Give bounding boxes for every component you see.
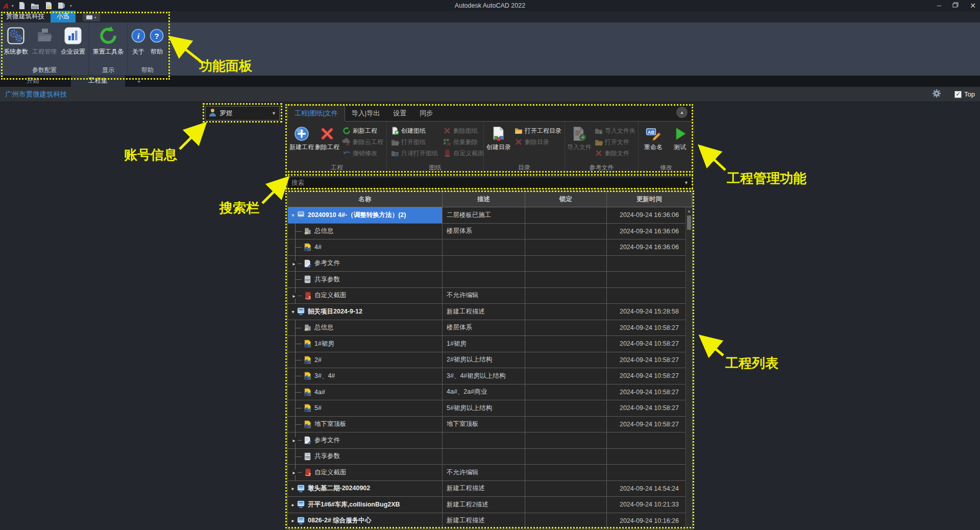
button-导入文件[interactable]: 导入文件 <box>567 124 592 151</box>
table-row[interactable]: 1#裙房1#裙房2024-09-24 10:58:27 <box>288 336 692 352</box>
scroll-up-icon[interactable]: ▲ <box>686 207 692 214</box>
vertical-scrollbar[interactable]: ▲ <box>685 207 692 529</box>
tree-expander-icon[interactable]: ▾ <box>289 212 297 218</box>
tree-connector <box>288 400 303 416</box>
row-name: 韶关项目2024-9-12 <box>308 307 362 316</box>
row-name: 2# <box>314 356 322 364</box>
button-打开图纸[interactable]: 打开图纸 <box>389 136 440 148</box>
ribbon-button-工程管理[interactable]: 工程管理 <box>31 25 58 57</box>
doc-tab-projects[interactable]: 工程集 <box>71 75 125 87</box>
gear-icon[interactable] <box>932 89 941 100</box>
button-删除图纸[interactable]: 删除图纸 <box>441 125 486 136</box>
svg-text:?: ? <box>154 32 159 40</box>
restore-icon[interactable] <box>952 2 959 9</box>
toolbar-group-目录: 创建目录打开工程目录删除目录目录 <box>484 122 565 173</box>
button-创建目录[interactable]: 创建目录 <box>486 124 511 151</box>
button-删除云工程[interactable]: 删除云工程 <box>340 136 385 148</box>
table-row[interactable]: ▸参考文件 <box>288 432 692 449</box>
tree-expander-icon[interactable]: ▾ <box>289 309 297 315</box>
button-删除文件[interactable]: 删除文件 <box>593 148 638 159</box>
tree-expander-icon[interactable]: ▸ <box>289 518 297 523</box>
tree-expander-icon[interactable]: ▸ <box>290 438 298 443</box>
button-label: 删除目录 <box>525 138 549 147</box>
tree-expander-icon[interactable]: ▸ <box>290 470 298 475</box>
table-row[interactable]: ▸0826-2# 综合服务中心新建工程描述2024-09-24 10:16:26 <box>288 513 692 529</box>
tree-expander-icon[interactable]: ▸ <box>290 293 298 298</box>
tree-expander-icon[interactable]: ▸ <box>289 486 297 491</box>
ribbon-button-帮助[interactable]: ?帮助 <box>148 25 165 57</box>
minimize-icon[interactable]: ─ <box>937 2 942 9</box>
table-row[interactable]: 共享参数 <box>288 272 692 288</box>
ribbon-button-企业设置[interactable]: 企业设置 <box>59 25 87 57</box>
search-input[interactable] <box>288 179 684 186</box>
plugin-tab-工程|图纸|文件[interactable]: 工程|图纸|文件 <box>287 105 345 122</box>
button-打开工程目录[interactable]: 打开工程目录 <box>512 125 564 136</box>
button-重命名[interactable]: AB重命名 <box>641 124 666 151</box>
table-row[interactable]: ▸参考文件 <box>288 256 692 272</box>
button-只读打开图纸[interactable]: i只读打开图纸 <box>389 148 440 159</box>
table-row[interactable]: 地下室顶板地下室顶板2024-09-24 10:58:27 <box>288 417 692 433</box>
button-删除目录[interactable]: 删除目录 <box>512 136 564 148</box>
ribbon-tab-row: 贯微建筑科技 小迅 ▾ <box>0 11 980 22</box>
table-row[interactable]: 共享参数 <box>288 449 692 465</box>
table-row[interactable]: 5#5#裙房以上结构2024-09-24 10:58:27 <box>288 400 692 417</box>
tree-expander-icon[interactable]: ▸ <box>290 260 298 266</box>
table-row[interactable]: ▸自定义截面不允许编辑 <box>288 465 692 481</box>
desc-cell: 楼层体系 <box>443 224 525 239</box>
table-row[interactable]: 总信息楼层体系2024-09-24 16:36:06 <box>288 224 692 240</box>
create-dir-icon <box>491 125 506 143</box>
param-icon <box>303 452 311 461</box>
button-创建图纸[interactable]: 创建图纸 <box>389 125 440 136</box>
table-row[interactable]: 4#2024-09-24 16:36:06 <box>288 239 692 256</box>
ribbon-button-重置工具条[interactable]: 重置工具条 <box>91 25 125 57</box>
account-dropdown[interactable]: 罗煜 ▼ <box>205 106 280 121</box>
plugin-tab-同步[interactable]: 同步 <box>413 105 439 121</box>
floor-icon <box>303 372 311 380</box>
column-header-lock[interactable]: 锁定 <box>525 191 607 207</box>
tree-expander-icon[interactable]: ▸ <box>289 502 297 508</box>
table-row[interactable]: 3#、4#3#、4#裙房以上结构2024-09-24 10:58:27 <box>288 368 692 384</box>
panel-collapse-icon[interactable]: ▲ <box>676 107 688 118</box>
table-row[interactable]: ▾韶关项目2024-9-12新建工程描述2024-09-24 15:28:58 <box>288 304 692 320</box>
table-row[interactable]: 总信息楼层体系2024-09-24 10:58:27 <box>288 320 692 336</box>
button-打开文件[interactable]: 打开文件 <box>593 136 638 148</box>
ribbon-tab-guanwei[interactable]: 贯微建筑科技 <box>0 11 51 22</box>
table-row[interactable]: 4a#4a#、2a#商业2024-09-24 10:58:27 <box>288 384 692 401</box>
button-自定义截面[interactable]: 自定义截面 <box>441 148 486 159</box>
search-bar[interactable]: ▼ <box>287 177 693 189</box>
table-row[interactable]: ▸开平1#6#车库,collisionBug2XB新建工程2描述2024-09-… <box>288 497 692 513</box>
ribbon-button-关于[interactable]: i关于 <box>130 25 147 57</box>
chevron-down-icon[interactable]: ▼ <box>684 180 692 185</box>
button-测试[interactable]: 测试 <box>667 124 693 151</box>
button-刷新工程[interactable]: 刷新工程 <box>340 125 385 136</box>
button-删除工程[interactable]: 删除工程 <box>315 124 339 151</box>
floor-icon <box>303 420 311 428</box>
button-新建工程[interactable]: 新建工程 <box>289 124 314 151</box>
column-header-desc[interactable]: 描述 <box>443 191 525 207</box>
table-row[interactable]: ▸墩头基二期-20240902新建工程描述2024-09-24 14:54:24 <box>288 481 692 497</box>
svg-text:AB: AB <box>648 129 655 135</box>
column-header-name[interactable]: 名称 <box>288 191 443 207</box>
button-label: 只读打开图纸 <box>401 149 438 158</box>
top-checkbox[interactable]: ✓ Top <box>954 90 975 98</box>
lock-cell <box>525 304 607 320</box>
ribbon-button-系统参数[interactable]: 系统参数 <box>2 25 30 57</box>
close-icon[interactable]: ✕ <box>970 2 976 10</box>
button-导入文件夹[interactable]: 导入文件夹 <box>593 125 638 136</box>
plugin-tab-导入|导出[interactable]: 导入|导出 <box>345 105 386 121</box>
plugin-tab-strip: 工程|图纸|文件导入|导出设置同步▲ <box>287 104 693 122</box>
column-header-time[interactable]: 更新时间 <box>607 191 692 207</box>
plugin-tab-设置[interactable]: 设置 <box>386 105 413 121</box>
new-tab-button[interactable]: + <box>133 76 145 87</box>
table-row[interactable]: ▾20240910 4#-（调整转换方法）(2)二层楼板已施工2024-09-2… <box>288 207 692 224</box>
tree-connector <box>288 417 303 432</box>
table-row[interactable]: ▸自定义截面不允许编辑 <box>288 288 692 304</box>
ribbon-display-dropdown[interactable]: ▾ <box>83 13 100 21</box>
scrollbar-thumb[interactable] <box>687 215 691 230</box>
doc-tab-start[interactable]: 开始 <box>9 75 57 87</box>
ribbon-tab-xiaoxun[interactable]: 小迅 <box>51 11 76 22</box>
table-row[interactable]: 2#2#裙房以上结构2024-09-24 10:58:27 <box>288 352 692 369</box>
button-撤销修改[interactable]: 撤销修改 <box>340 148 385 159</box>
button-批量删除[interactable]: 批量删除 <box>441 136 486 148</box>
row-name: 总信息 <box>314 227 334 235</box>
